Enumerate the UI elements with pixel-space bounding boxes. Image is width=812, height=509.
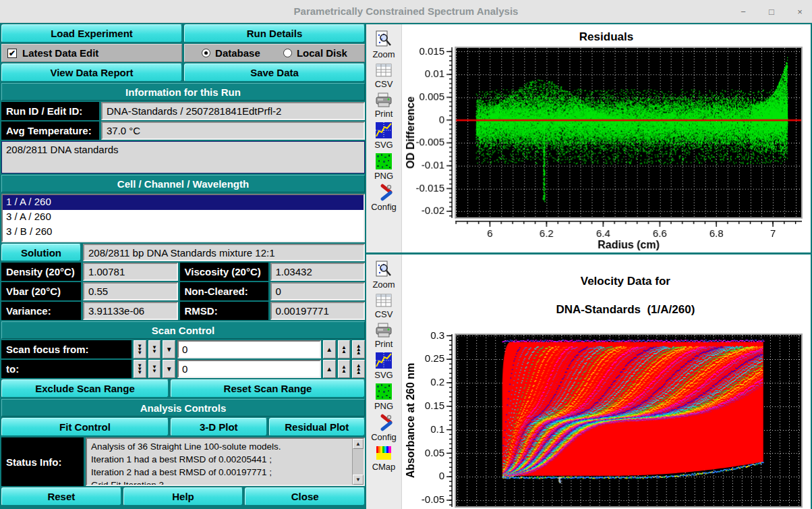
scroll-down-icon[interactable]: ▼ — [353, 475, 364, 485]
scan-from-down3-button[interactable]: ▼▼▼ — [134, 340, 146, 358]
run-info-header: Information for this Run — [1, 83, 365, 101]
maximize-button[interactable]: □ — [766, 7, 777, 17]
database-label: Database — [215, 47, 260, 59]
rmsd-value: 0.00197771 — [270, 302, 366, 320]
titlebar: Parametrically Constrained Spectrum Anal… — [0, 0, 812, 23]
toolbar-csv-button[interactable]: CSV — [375, 62, 393, 89]
solution-button[interactable]: Solution — [1, 244, 81, 261]
toolbar-print-button[interactable]: Print — [374, 92, 393, 119]
status-info-label: Status Info: — [1, 437, 84, 486]
list-item[interactable]: 1 / A / 260 — [3, 195, 364, 210]
scan-to-up3-button[interactable]: ▲▲▲ — [352, 360, 365, 378]
velocity-toolbar: Zoom CSV Print SVG — [366, 254, 402, 509]
load-experiment-button[interactable]: Load Experiment — [1, 24, 182, 43]
vbar-label: Vbar (20°C) — [1, 282, 81, 300]
reset-scan-range-button[interactable]: Reset Scan Range — [171, 379, 365, 398]
velocity-panel: Zoom CSV Print SVG — [366, 254, 811, 509]
local-disk-radio[interactable] — [283, 49, 292, 57]
close-window-button[interactable]: × — [794, 7, 805, 17]
residuals-panel: Zoom CSV Print SVG — [366, 24, 811, 252]
close-button[interactable]: Close — [245, 487, 365, 506]
scan-to-up2-button[interactable]: ▲▲ — [338, 360, 351, 378]
scan-to-input[interactable] — [177, 360, 321, 378]
app-window: Parametrically Constrained Spectrum Anal… — [0, 0, 812, 509]
status-text: Analysis of 36 Straight Line 100-solute … — [87, 439, 352, 485]
scan-from-down1-button[interactable]: ▼ — [163, 340, 175, 358]
database-radio-option[interactable]: Database — [202, 47, 260, 59]
png-icon — [375, 153, 393, 170]
scan-from-up1-button[interactable]: ▲ — [323, 340, 336, 358]
run-id-label: Run ID / Edit ID: — [1, 102, 99, 120]
config-icon — [374, 414, 393, 431]
reset-button[interactable]: Reset — [1, 487, 121, 506]
list-item[interactable]: 3 / B / 260 — [3, 225, 364, 240]
toolbar-png-button[interactable]: PNG — [374, 383, 393, 411]
scan-from-up3-button[interactable]: ▲▲▲ — [352, 340, 365, 358]
run-details-button[interactable]: Run Details — [184, 24, 365, 43]
scan-to-down2-button[interactable]: ▼▼ — [148, 360, 161, 378]
velocity-plot-area: Velocity Data for DNA-Standards (1/A/260… — [402, 254, 811, 509]
latest-data-edit-row: ✔ Latest Data Edit — [1, 44, 182, 62]
toolbar-zoom-button[interactable]: Zoom — [372, 30, 395, 59]
list-item[interactable]: 3 / A / 260 — [3, 210, 364, 225]
avg-temp-value: 37.0 °C — [101, 122, 365, 140]
residual-plot-button[interactable]: Residual Plot — [269, 418, 366, 436]
scan-to-down1-button[interactable]: ▼ — [163, 360, 175, 378]
latest-data-edit-label: Latest Data Edit — [22, 47, 98, 59]
csv-icon — [375, 62, 393, 78]
local-disk-radio-option[interactable]: Local Disk — [283, 47, 347, 59]
residuals-plot-canvas[interactable] — [402, 44, 811, 252]
velocity-plot-canvas[interactable] — [402, 331, 811, 509]
toolbar-svg-button[interactable]: SVG — [374, 122, 393, 150]
toolbar-print-button[interactable]: Print — [374, 322, 393, 349]
scan-to-down3-button[interactable]: ▼▼▼ — [134, 360, 146, 378]
scan-to-label: to: — [1, 360, 132, 378]
config-icon — [374, 184, 393, 201]
fit-control-button[interactable]: Fit Control — [1, 418, 169, 436]
save-data-button[interactable]: Save Data — [184, 63, 365, 82]
viscosity-value: 1.03432 — [270, 263, 366, 281]
latest-data-edit-checkbox[interactable]: ✔ — [7, 49, 17, 58]
toolbar-csv-button[interactable]: CSV — [375, 292, 393, 319]
database-radio[interactable] — [202, 49, 210, 57]
plots-region: Zoom CSV Print SVG — [366, 24, 811, 506]
csv-icon — [375, 292, 393, 309]
scan-from-up2-button[interactable]: ▲▲ — [338, 340, 351, 358]
view-data-report-button[interactable]: View Data Report — [1, 63, 182, 82]
variance-value: 3.91133e-06 — [83, 302, 178, 320]
scan-control-header: Scan Control — [1, 321, 365, 339]
scan-from-input[interactable] — [177, 340, 321, 358]
triple-list: 1 / A / 260 3 / A / 260 3 / B / 260 — [1, 194, 365, 242]
variance-label: Variance: — [1, 302, 81, 320]
non-cleared-value: 0 — [270, 282, 366, 300]
toolbar-config-button[interactable]: Config — [371, 184, 397, 212]
residuals-title: Residuals — [402, 24, 811, 44]
status-info-box[interactable]: Analysis of 36 Straight Line 100-solute … — [86, 437, 365, 486]
print-icon — [374, 322, 393, 338]
run-description-box[interactable]: 208/2811 DNA standards — [1, 141, 365, 173]
toolbar-cmap-button[interactable]: CMap — [372, 445, 396, 472]
status-scrollbar[interactable]: ▲ ▼ — [352, 439, 364, 485]
vbar-value: 0.55 — [83, 282, 178, 300]
toolbar-zoom-button[interactable]: Zoom — [372, 260, 395, 290]
window-title: Parametrically Constrained Spectrum Anal… — [294, 5, 519, 17]
scan-to-up1-button[interactable]: ▲ — [323, 360, 336, 378]
rmsd-label: RMSD: — [180, 302, 268, 320]
toolbar-png-button[interactable]: PNG — [374, 153, 393, 181]
minimize-button[interactable]: − — [738, 7, 749, 17]
help-button[interactable]: Help — [123, 487, 243, 506]
viscosity-label: Viscosity (20°C) — [180, 263, 268, 281]
toolbar-svg-button[interactable]: SVG — [374, 352, 393, 380]
triple-header: Cell / Channel / Wavelength — [1, 175, 365, 192]
zoom-icon — [375, 260, 393, 279]
residuals-toolbar: Zoom CSV Print SVG — [366, 24, 402, 252]
svg-icon — [375, 122, 393, 139]
velocity-title: Velocity Data for DNA-Standards (1/A/260… — [402, 254, 811, 331]
analysis-controls-header: Analysis Controls — [1, 399, 365, 417]
3d-plot-button[interactable]: 3-D Plot — [171, 418, 267, 436]
toolbar-config-button[interactable]: Config — [371, 414, 397, 442]
exclude-scan-range-button[interactable]: Exclude Scan Range — [1, 379, 169, 398]
svg-icon — [375, 352, 393, 369]
scroll-up-icon[interactable]: ▲ — [353, 439, 364, 449]
scan-from-down2-button[interactable]: ▼▼ — [148, 340, 161, 358]
